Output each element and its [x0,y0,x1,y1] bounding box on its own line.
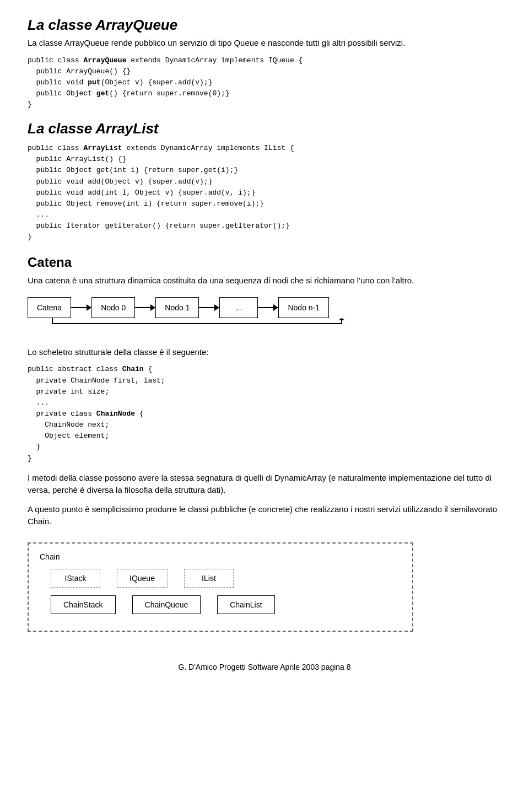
inherit-chain-label: Chain [40,552,401,561]
arrow1-head [87,304,91,311]
chainlist-box: ChainList [217,595,274,614]
arrayqueue-code: public class ArrayQueue extends DynamicA… [28,55,501,111]
nodon1-box: Nodo n-1 [278,297,329,318]
arrow4-head [273,304,278,311]
svg-marker-3 [338,318,345,320]
chainqueue-box: ChainQueue [132,595,201,614]
arrow1-line [71,307,87,308]
catena-intro: Una catena è una struttura dinamica cost… [28,275,501,287]
impl-row: ChainStack ChainQueue ChainList [51,595,401,614]
arrow1 [71,304,91,311]
catena-box: Catena [28,297,71,318]
ilist-box: IList [184,569,234,588]
chain-diagram: Catena Nodo 0 Nodo 1 ... Nodo n-1 [28,297,501,336]
semilavorato-text: A questo punto è semplicissimo produrre … [28,503,501,528]
methods-text: I metodi della classe possono avere la s… [28,472,501,497]
arrow3-head [214,304,219,311]
back-arrow [33,318,501,336]
inheritance-diagram: Chain IStack IQueue IList ChainStack Cha… [28,542,413,632]
arrow2-head [150,304,155,311]
arrow2-line [135,307,150,308]
arrow3 [199,304,219,311]
interface-row: IStack IQueue IList [51,569,401,588]
arrow4-line [258,307,273,308]
arrow3-line [199,307,214,308]
arraylist-title: La classe ArrayList [28,120,501,137]
arrow2 [135,304,155,311]
skeleton-code: public abstract class Chain { private Ch… [28,364,501,464]
chainstack-box: ChainStack [51,595,116,614]
page-footer: G. D'Amico Progetti Software Aprile 2003… [28,663,501,671]
arrayqueue-title: La classe ArrayQueue [28,17,501,34]
skeleton-intro: Lo scheletro strutturale della classe è … [28,346,501,359]
dots-box: ... [219,297,258,318]
nodo0-box: Nodo 0 [91,297,135,318]
arraylist-code: public class ArrayList extends DynamicAr… [28,143,501,243]
back-arrow-svg [33,318,364,335]
nodo1-box: Nodo 1 [155,297,199,318]
istack-box: IStack [51,569,100,588]
arrow4 [258,304,278,311]
catena-title: Catena [28,255,501,270]
arrayqueue-intro: La classe ArrayQueue rende pubblico un s… [28,37,501,50]
iqueue-box: IQueue [117,569,168,588]
chain-boxes-row: Catena Nodo 0 Nodo 1 ... Nodo n-1 [28,297,501,318]
